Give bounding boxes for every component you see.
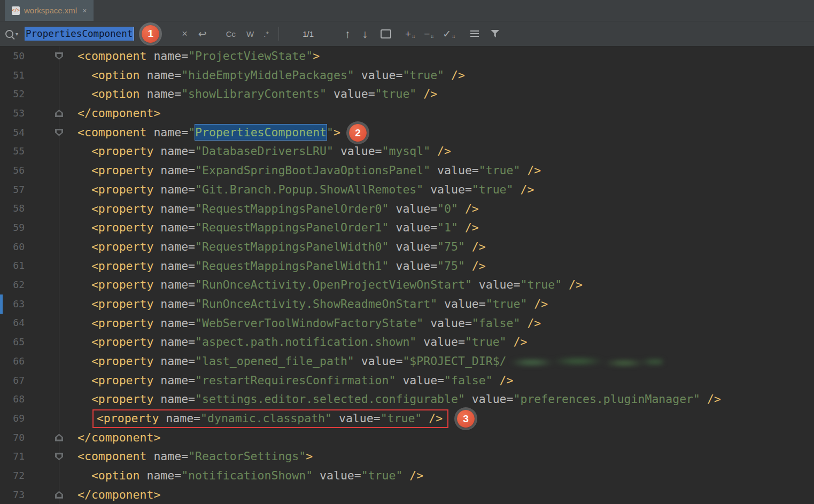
code-token: <property <box>91 221 154 234</box>
search-in-selection-icon[interactable] <box>381 29 391 38</box>
fold-start-icon[interactable] <box>55 453 63 460</box>
whole-words-toggle[interactable]: W <box>246 29 254 38</box>
previous-match-icon[interactable]: ↑ <box>345 28 351 40</box>
fold-gutter <box>25 466 77 485</box>
fold-end-icon[interactable] <box>55 491 63 499</box>
fold-start-icon[interactable] <box>55 129 63 136</box>
search-icon[interactable]: ▾ <box>5 30 18 38</box>
indent <box>77 335 91 348</box>
indent <box>77 164 91 177</box>
code-text[interactable]: <property name="aspect.path.notification… <box>77 332 527 352</box>
fold-end-icon[interactable] <box>55 110 63 117</box>
code-text[interactable]: <option name="hideEmptyMiddlePackages" v… <box>77 66 465 85</box>
code-token: value= <box>389 240 438 253</box>
code-token: name= <box>153 183 195 196</box>
code-token: "true" <box>361 469 403 482</box>
select-all-occurrences-icon[interactable]: ✓ ↓↓ <box>443 29 454 39</box>
line-number: 61 <box>0 261 25 270</box>
line-number: 55 <box>0 146 25 156</box>
line-number: 60 <box>0 242 25 252</box>
fold-gutter <box>25 390 77 409</box>
code-token: name= <box>153 335 195 348</box>
search-history-chevron-icon[interactable]: ▾ <box>15 31 18 37</box>
code-token: "notificationShown" <box>181 469 313 482</box>
code-text[interactable]: </component> <box>77 485 160 504</box>
code-token: "dynamic.classpath" <box>200 412 332 425</box>
remove-occurrence-icon[interactable]: − ↓↓ <box>424 29 433 39</box>
fold-start-icon[interactable] <box>55 52 63 60</box>
line-number: 71 <box>0 452 25 461</box>
fold-end-icon[interactable] <box>55 434 63 441</box>
indent <box>77 87 91 100</box>
filter-icon[interactable] <box>491 30 499 37</box>
code-text[interactable]: <component name="PropertiesComponent">2 <box>77 123 367 142</box>
next-match-icon[interactable]: ↓ <box>362 28 368 40</box>
code-text[interactable]: <option name="notificationShown" value="… <box>77 466 423 485</box>
clear-search-icon[interactable]: × <box>182 29 188 38</box>
indent <box>77 392 91 406</box>
code-text[interactable]: <property name="RequestMappingsPanelWidt… <box>77 237 486 257</box>
caret-line-marker <box>0 294 3 314</box>
line-number: 68 <box>0 394 25 404</box>
code-editor[interactable]: 50<component name="ProjectViewState">51 … <box>0 46 814 504</box>
code-text[interactable]: <component name="ProjectViewState"> <box>77 46 320 66</box>
magnifier-glass-icon <box>5 30 13 38</box>
code-line: 66 <property name="last_opened_file_path… <box>0 352 814 371</box>
code-token: "0" <box>437 202 458 215</box>
code-line: 51 <option name="hideEmptyMiddlePackages… <box>0 66 814 85</box>
code-line: 62 <property name="RunOnceActivity.OpenP… <box>0 275 814 294</box>
line-number: 51 <box>0 71 25 80</box>
code-text[interactable]: <property name="Git.Branch.Popup.ShowAll… <box>77 180 534 199</box>
code-text[interactable]: <component name="ReactorSettings"> <box>77 447 313 466</box>
indent <box>77 278 91 291</box>
code-text[interactable]: <property name="restartRequiresConfirmat… <box>77 371 514 390</box>
line-number: 67 <box>0 376 25 385</box>
separator <box>278 27 279 41</box>
code-token: <property <box>91 240 154 253</box>
code-token: "hideEmptyMiddlePackages" <box>181 68 354 82</box>
filter-options-icon[interactable] <box>470 30 479 37</box>
code-text[interactable]: </component> <box>77 104 160 123</box>
indent <box>77 297 91 311</box>
code-token: value= <box>327 87 375 100</box>
add-occurrence-icon[interactable]: + ↓↓ <box>405 29 414 39</box>
code-text[interactable]: <property name="last_opened_file_path" v… <box>77 352 663 371</box>
code-text[interactable]: <property name="settings.editor.selected… <box>77 390 721 409</box>
code-token: <property <box>91 278 154 291</box>
code-token: <property <box>91 297 154 311</box>
code-text[interactable]: <property name="RequestMappingsPanelWidt… <box>77 257 486 276</box>
code-text[interactable]: <option name="showLibraryContents" value… <box>77 84 437 104</box>
code-token: "ProjectViewState" <box>188 49 313 63</box>
code-text[interactable]: <property name="RunOnceActivity.OpenProj… <box>77 275 583 294</box>
code-text[interactable]: </component> <box>77 428 160 447</box>
fold-gutter <box>25 84 77 104</box>
code-token: value= <box>423 316 472 330</box>
line-number: 64 <box>0 318 25 328</box>
code-line: 64 <property name="WebServerToolWindowFa… <box>0 314 814 333</box>
match-case-toggle[interactable]: Cc <box>226 29 236 38</box>
code-text[interactable]: <property name="DatabaseDriversLRU" valu… <box>77 142 451 161</box>
tab-workspace-xml[interactable]: </> workspace.xml × <box>5 0 94 21</box>
code-token: <property <box>91 144 154 158</box>
regex-toggle[interactable]: .* <box>263 29 269 38</box>
tab-title: workspace.xml <box>24 6 77 15</box>
code-text[interactable]: <property name="WebServerToolWindowFacto… <box>77 314 541 333</box>
code-line: 54<component name="PropertiesComponent">… <box>0 123 814 142</box>
search-input[interactable]: PropertiesComponent <box>25 28 134 39</box>
fold-gutter <box>25 104 77 123</box>
line-number: 72 <box>0 471 25 480</box>
code-text[interactable]: <property name="ExpandSpringBootJavaOpti… <box>77 161 541 180</box>
code-token: "showLibraryContents" <box>181 87 327 100</box>
code-text[interactable]: <property name="RequestMappingsPanelOrde… <box>77 218 479 237</box>
code-text[interactable]: <property name="RunOnceActivity.ShowRead… <box>77 294 548 314</box>
indent <box>77 412 91 425</box>
code-text[interactable]: <property name="dynamic.classpath" value… <box>77 409 475 428</box>
code-token: "last_opened_file_path" <box>195 354 354 368</box>
code-token: value= <box>437 297 486 311</box>
fold-gutter <box>25 123 77 142</box>
close-tab-icon[interactable]: × <box>82 6 87 15</box>
newline-icon[interactable]: ↩ <box>198 29 207 39</box>
code-text[interactable]: <property name="RequestMappingsPanelOrde… <box>77 199 479 219</box>
code-token: /> <box>465 259 486 273</box>
code-token: name= <box>153 164 195 177</box>
